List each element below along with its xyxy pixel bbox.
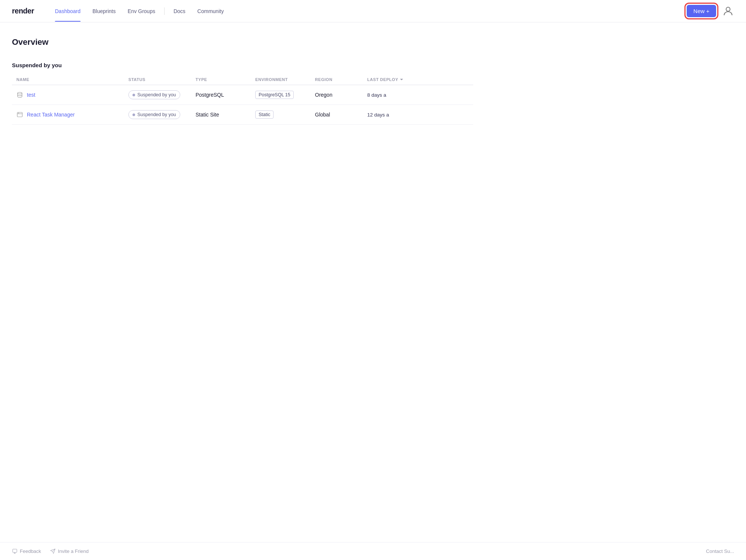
row-2-name[interactable]: React Task Manager bbox=[16, 111, 128, 118]
suspended-section-title: Suspended by you bbox=[12, 62, 473, 68]
nav-community[interactable]: Community bbox=[191, 1, 230, 22]
header-right: New + bbox=[687, 5, 734, 17]
svg-point-0 bbox=[726, 7, 730, 11]
new-button[interactable]: New + bbox=[687, 5, 716, 17]
col-type: TYPE bbox=[196, 77, 255, 82]
table-row[interactable]: React Task Manager Suspended by you Stat… bbox=[12, 105, 473, 125]
services-table: NAME STATUS TYPE ENVIRONMENT REGION LAST… bbox=[12, 74, 473, 125]
col-name: NAME bbox=[16, 77, 128, 82]
table-row[interactable]: test Suspended by you PostgreSQL Postgre… bbox=[12, 85, 473, 105]
env-badge: Static bbox=[255, 111, 274, 119]
main-content: Overview Suspended by you NAME STATUS TY… bbox=[0, 22, 485, 140]
row-1-last-deploy: 8 days a bbox=[367, 92, 469, 98]
row-1-status: Suspended by you bbox=[128, 90, 196, 99]
status-dot bbox=[132, 113, 135, 116]
row-2-type: Static Site bbox=[196, 112, 255, 118]
nav-divider bbox=[164, 7, 165, 15]
nav-blueprints[interactable]: Blueprints bbox=[87, 1, 122, 22]
env-badge: PostgreSQL 15 bbox=[255, 91, 294, 99]
svg-rect-3 bbox=[17, 112, 22, 117]
status-dot bbox=[132, 94, 135, 96]
row-1-environment: PostgreSQL 15 bbox=[255, 91, 315, 99]
row-1-region: Oregon bbox=[315, 92, 367, 98]
static-site-icon bbox=[16, 111, 23, 118]
page-title: Overview bbox=[12, 37, 473, 47]
nav-dashboard[interactable]: Dashboard bbox=[49, 1, 87, 22]
status-badge: Suspended by you bbox=[128, 110, 180, 119]
row-2-region: Global bbox=[315, 112, 367, 118]
main-header: render Dashboard Blueprints Env Groups D… bbox=[0, 0, 746, 22]
database-icon bbox=[16, 91, 23, 98]
sort-icon bbox=[400, 78, 403, 81]
status-badge: Suspended by you bbox=[128, 90, 180, 99]
col-environment: ENVIRONMENT bbox=[255, 77, 315, 82]
col-last-deploy: LAST DEPLOY bbox=[367, 77, 469, 82]
svg-marker-1 bbox=[400, 79, 403, 80]
main-nav: Dashboard Blueprints Env Groups Docs Com… bbox=[49, 1, 687, 22]
row-1-name[interactable]: test bbox=[16, 91, 128, 98]
row-1-type: PostgreSQL bbox=[196, 92, 255, 98]
nav-docs[interactable]: Docs bbox=[168, 1, 191, 22]
suspended-section: Suspended by you NAME STATUS TYPE ENVIRO… bbox=[12, 62, 473, 125]
table-header: NAME STATUS TYPE ENVIRONMENT REGION LAST… bbox=[12, 74, 473, 85]
nav-env-groups[interactable]: Env Groups bbox=[122, 1, 161, 22]
row-2-status: Suspended by you bbox=[128, 110, 196, 119]
col-region: REGION bbox=[315, 77, 367, 82]
user-icon[interactable] bbox=[722, 5, 734, 17]
row-2-environment: Static bbox=[255, 111, 315, 119]
col-status: STATUS bbox=[128, 77, 196, 82]
svg-point-2 bbox=[18, 92, 22, 94]
brand-logo[interactable]: render bbox=[12, 7, 34, 15]
row-2-last-deploy: 12 days a bbox=[367, 112, 469, 118]
